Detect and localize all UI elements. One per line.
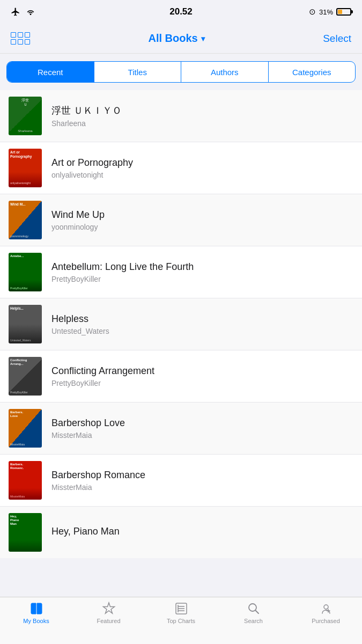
nav-title-text: All Books — [148, 32, 197, 45]
tab-search[interactable]: Search — [217, 602, 290, 624]
tab-bar: My Books Featured Top Charts — [0, 597, 362, 644]
tab-purchased[interactable]: Purchased — [290, 602, 362, 624]
tab-featured[interactable]: Featured — [72, 602, 145, 624]
status-left-icons — [11, 7, 35, 17]
book-author: PrettyBoyKiller — [51, 379, 353, 387]
status-right: ⊙ 31% — [309, 7, 351, 17]
book-author: Sharleena — [51, 119, 353, 128]
book-info: 浮世 ＵＫＩＹＯ Sharleena — [51, 104, 353, 128]
book-author: Untested_Waters — [51, 327, 353, 335]
tab-titles[interactable]: Titles — [94, 62, 182, 82]
svg-line-6 — [255, 611, 258, 614]
list-item[interactable]: ConflictingArrang... PrettyBoyKiller Con… — [0, 350, 362, 402]
book-title: Barbershop Romance — [51, 470, 353, 481]
filter-tab-bar: Recent Titles Authors Categories — [6, 61, 356, 83]
book-cover: Art orPornography onlyalivetonight — [9, 149, 42, 187]
book-info: Wind Me Up yoonminology — [51, 209, 353, 231]
book-info: Art or Pornography onlyalivetonight — [51, 157, 353, 179]
select-button[interactable]: Select — [323, 33, 351, 45]
search-icon — [246, 602, 261, 616]
book-title: Helpless — [51, 313, 353, 325]
book-info: Barbershop Romance MissterMaia — [51, 470, 353, 492]
book-author: MissterMaia — [51, 431, 353, 440]
book-author: MissterMaia — [51, 483, 353, 492]
svg-point-7 — [324, 605, 328, 609]
book-cover: Barbers.Love MissterMaia — [9, 409, 42, 448]
tab-my-books[interactable]: My Books — [0, 602, 72, 624]
list-item[interactable]: Art orPornography onlyalivetonight Art o… — [0, 142, 362, 194]
tab-recent[interactable]: Recent — [7, 62, 94, 82]
book-title: Wind Me Up — [51, 209, 353, 221]
purchased-icon — [319, 602, 334, 616]
book-title: Antebellum: Long Live the Fourth — [51, 261, 353, 273]
book-cover: Wind M... yoonminology — [9, 201, 42, 239]
featured-icon — [101, 602, 116, 616]
book-cover: ConflictingArrang... PrettyBoyKiller — [9, 357, 42, 396]
book-cover: Helpls... Untested_Waters — [9, 305, 42, 343]
book-title: Barbershop Love — [51, 418, 353, 429]
book-list: 浮世Ｕ Sharleena 浮世 ＵＫＩＹＯ Sharleena Art orP… — [0, 90, 362, 558]
battery-indicator — [336, 8, 351, 16]
featured-label: Featured — [97, 618, 120, 624]
book-info: Barbershop Love MissterMaia — [51, 418, 353, 440]
list-item[interactable]: Barbers.Romanc. MissterMaia Barbershop R… — [0, 455, 362, 507]
list-item[interactable]: Wind M... yoonminology Wind Me Up yoonmi… — [0, 194, 362, 246]
my-books-icon — [29, 602, 44, 616]
book-title: Hey, Piano Man — [51, 526, 353, 537]
book-title: Art or Pornography — [51, 157, 353, 169]
book-author: PrettyBoyKiller — [51, 275, 353, 283]
navigation-bar: All Books ▾ Select — [0, 24, 362, 54]
book-info: Hey, Piano Man — [51, 526, 353, 539]
book-author: yoonminology — [51, 223, 353, 231]
list-item[interactable]: Helpls... Untested_Waters Helpless Untes… — [0, 298, 362, 350]
tab-authors[interactable]: Authors — [181, 62, 269, 82]
list-item[interactable]: 浮世Ｕ Sharleena 浮世 ＵＫＩＹＯ Sharleena — [0, 90, 362, 142]
dropdown-chevron-icon: ▾ — [201, 34, 205, 43]
book-cover: Hey,PianoMan — [9, 513, 42, 552]
battery-percent-text: 31% — [319, 8, 333, 16]
top-charts-icon — [174, 602, 189, 616]
tab-top-charts[interactable]: Top Charts — [145, 602, 217, 624]
top-charts-label: Top Charts — [167, 618, 195, 624]
airplane-icon — [11, 7, 20, 17]
wifi-icon — [26, 8, 35, 16]
status-bar: 20.52 ⊙ 31% — [0, 0, 362, 24]
book-info: Conflicting Arrangement PrettyBoyKiller — [51, 365, 353, 387]
book-cover: 浮世Ｕ Sharleena — [9, 97, 42, 135]
list-item[interactable]: Barbers.Love MissterMaia Barbershop Love… — [0, 402, 362, 455]
lock-rotation-icon: ⊙ — [309, 7, 316, 17]
book-cover: Antebe... PrettyBoyKiller — [9, 253, 42, 291]
status-time: 20.52 — [169, 6, 193, 17]
my-books-label: My Books — [23, 618, 49, 624]
tab-categories[interactable]: Categories — [269, 62, 356, 82]
book-author: onlyalivetonight — [51, 171, 353, 179]
search-label: Search — [244, 618, 263, 624]
all-books-title[interactable]: All Books ▾ — [148, 32, 204, 45]
purchased-label: Purchased — [312, 618, 340, 624]
book-title: Conflicting Arrangement — [51, 365, 353, 377]
list-item[interactable]: Antebe... PrettyBoyKiller Antebellum: Lo… — [0, 246, 362, 298]
book-cover: Barbers.Romanc. MissterMaia — [9, 461, 42, 500]
grid-view-button[interactable] — [11, 32, 30, 45]
list-item[interactable]: Hey,PianoMan Hey, Piano Man — [0, 507, 362, 558]
book-title: 浮世 ＵＫＩＹＯ — [51, 104, 353, 117]
book-info: Antebellum: Long Live the Fourth PrettyB… — [51, 261, 353, 283]
book-info: Helpless Untested_Waters — [51, 313, 353, 335]
